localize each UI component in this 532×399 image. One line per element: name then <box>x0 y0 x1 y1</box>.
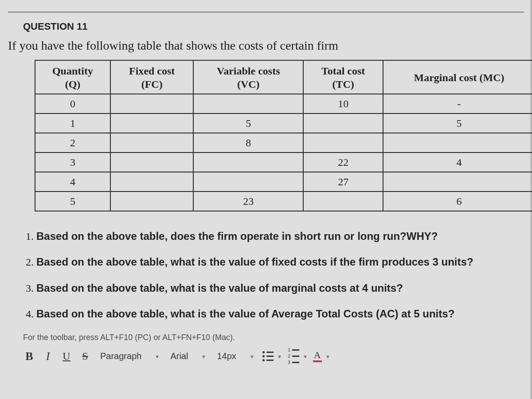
chevron-down-icon: ▾ <box>304 353 307 360</box>
cell-q: 5 <box>35 192 110 211</box>
cell-q: 3 <box>35 153 110 172</box>
table-row: 5 23 6 <box>35 192 532 211</box>
toolbar-access-hint: For the toolbar, press ALT+F10 (PC) or A… <box>23 333 511 342</box>
text-color-icon: A <box>313 350 322 362</box>
cell-tc <box>303 133 383 153</box>
sub-question: 2.Based on the above table, what is the … <box>26 255 511 269</box>
cell-tc: 10 <box>303 94 383 113</box>
question-number-label: QUESTION 11 <box>23 21 524 32</box>
cell-fc <box>110 94 193 113</box>
underline-button[interactable]: U <box>60 349 73 364</box>
cell-fc <box>110 192 193 211</box>
col-header-sub: (Q) <box>39 78 106 91</box>
cell-vc <box>193 172 303 192</box>
table-row: 1 5 5 <box>35 113 532 133</box>
sub-question: 4.Based on the above table, what is the … <box>26 307 511 321</box>
cost-table: Quantity (Q) Fixed cost (FC) Variable co… <box>35 60 532 211</box>
cell-vc: 23 <box>193 192 303 211</box>
cell-tc <box>303 192 383 211</box>
cell-mc <box>383 133 532 153</box>
col-header-total-cost: Total cost (TC) <box>303 60 383 94</box>
font-size-value: 14px <box>217 351 236 361</box>
cell-mc: 5 <box>383 113 532 133</box>
col-header-title: Total cost <box>321 65 365 77</box>
col-header-title: Marginal cost (MC) <box>414 72 505 83</box>
col-header-quantity: Quantity (Q) <box>35 60 110 94</box>
top-divider <box>8 12 524 13</box>
cell-q: 2 <box>35 133 110 153</box>
col-header-title: Quantity <box>52 65 93 77</box>
cell-mc: - <box>383 94 532 113</box>
table-row: 3 22 4 <box>35 153 532 172</box>
chevron-down-icon: ▾ <box>202 353 205 360</box>
cell-q: 0 <box>35 94 110 113</box>
col-header-title: Fixed cost <box>129 65 175 77</box>
numbered-list-icon: 1 2 3 <box>287 348 299 365</box>
col-header-variable-cost: Variable costs (VC) <box>193 60 303 94</box>
cell-vc: 5 <box>193 113 303 133</box>
sub-question-text: Based on the above table, does the firm … <box>36 230 438 242</box>
chevron-down-icon: ▾ <box>326 353 329 360</box>
col-header-fixed-cost: Fixed cost (FC) <box>110 60 193 94</box>
sub-question-text: Based on the above table, what is the va… <box>36 308 454 320</box>
col-header-sub: (TC) <box>307 78 379 91</box>
cell-mc <box>383 172 532 192</box>
table-row: 0 10 - <box>35 94 532 113</box>
rich-text-editor: For the toolbar, press ALT+F10 (PC) or A… <box>21 333 511 366</box>
italic-button[interactable]: I <box>42 349 54 364</box>
cell-vc: 8 <box>193 133 303 153</box>
page-edge-shadow <box>530 0 532 399</box>
sub-question-text: Based on the above table, what is the va… <box>36 282 403 294</box>
bold-button[interactable]: B <box>23 349 35 364</box>
col-header-sub: (VC) <box>197 78 299 91</box>
sub-question-text: Based on the above table, what is the va… <box>36 256 473 268</box>
numbered-list-button[interactable]: 1 2 3 ▾ <box>287 349 307 364</box>
col-header-marginal-cost: Marginal cost (MC) <box>383 60 532 94</box>
col-header-sub: (FC) <box>114 78 189 91</box>
cell-tc: 27 <box>303 172 383 192</box>
font-family-value: Arial <box>170 351 188 361</box>
editor-toolbar: B I U S Paragraph ▾ Arial ▾ 14px ▾ <box>21 347 511 366</box>
cell-mc: 4 <box>383 153 532 172</box>
sub-question: 3.Based on the above table, what is the … <box>26 281 511 295</box>
cell-fc <box>110 133 193 153</box>
bullet-list-icon <box>262 351 274 361</box>
bullet-list-button[interactable]: ▾ <box>262 349 281 364</box>
chevron-down-icon: ▾ <box>156 353 159 360</box>
question-intro-text: If you have the following table that sho… <box>8 39 524 53</box>
cell-tc: 22 <box>303 153 383 172</box>
cell-fc <box>110 153 193 172</box>
strikethrough-button[interactable]: S <box>79 349 91 364</box>
chevron-down-icon: ▾ <box>278 353 281 360</box>
cell-vc <box>193 153 303 172</box>
table-row: 4 27 <box>35 172 532 192</box>
cell-mc: 6 <box>383 192 532 211</box>
cell-fc <box>110 113 193 133</box>
sub-questions-list: 1.Based on the above table, does the fir… <box>26 229 511 321</box>
text-color-button[interactable]: A ▾ <box>313 349 329 364</box>
cell-fc <box>110 172 193 192</box>
table-header-row: Quantity (Q) Fixed cost (FC) Variable co… <box>35 60 532 94</box>
table-row: 2 8 <box>35 133 532 153</box>
cell-tc <box>303 113 383 133</box>
col-header-title: Variable costs <box>217 65 280 77</box>
font-size-dropdown[interactable]: 14px ▾ <box>214 350 256 362</box>
font-family-dropdown[interactable]: Arial ▾ <box>168 350 208 362</box>
chevron-down-icon: ▾ <box>250 353 254 360</box>
block-format-value: Paragraph <box>100 351 141 361</box>
cell-q: 4 <box>35 172 110 192</box>
sub-question: 1.Based on the above table, does the fir… <box>26 229 511 243</box>
cell-vc <box>193 94 303 113</box>
block-format-dropdown[interactable]: Paragraph ▾ <box>98 350 161 362</box>
cell-q: 1 <box>35 113 110 133</box>
